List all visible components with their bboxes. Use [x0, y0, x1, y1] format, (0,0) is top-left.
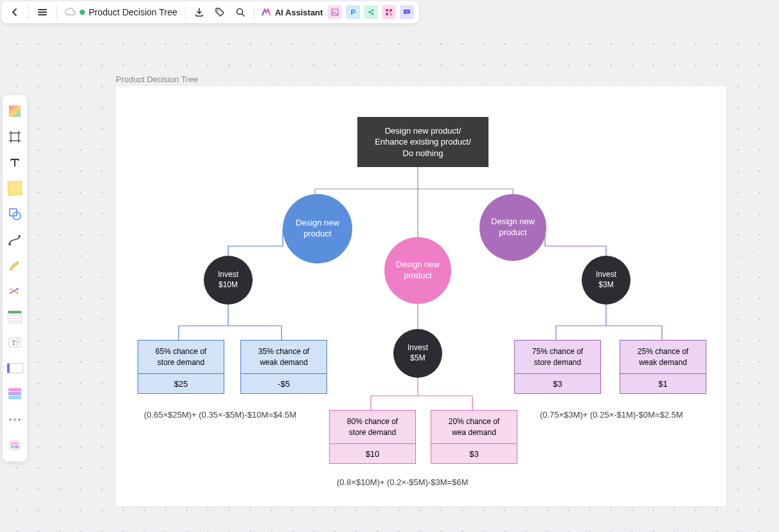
- invest-c-l1: Invest: [596, 270, 616, 279]
- sticky-note-tool[interactable]: [4, 176, 25, 200]
- outcome-c2-l2: weak demand: [639, 358, 687, 367]
- invest-b-l1: Invest: [407, 343, 428, 352]
- svg-point-12: [406, 11, 407, 12]
- root-line3: Do nothing: [403, 148, 443, 158]
- branch-c-circle[interactable]: Design newproduct: [479, 194, 546, 261]
- outcome-b1-value: $10: [330, 443, 415, 463]
- outcome-a1[interactable]: 65% chance ofstore demand $25: [138, 340, 224, 394]
- svg-point-5: [372, 13, 374, 15]
- svg-rect-26: [15, 445, 19, 448]
- invest-a-node[interactable]: Invest$10M: [204, 256, 253, 305]
- text-card-tool[interactable]: T: [4, 330, 25, 355]
- svg-point-3: [333, 10, 334, 12]
- chip-qr-icon[interactable]: [382, 5, 396, 19]
- invest-c-l2: $3M: [598, 280, 613, 289]
- outcome-b1[interactable]: 80% chance ofstore demand $10: [329, 410, 416, 464]
- svg-point-13: [407, 11, 408, 12]
- sync-status-dot: [80, 10, 85, 15]
- svg-rect-8: [390, 9, 392, 12]
- ai-assistant-button[interactable]: AI Assistant: [258, 7, 326, 17]
- svg-rect-25: [11, 445, 14, 448]
- chip-share-icon[interactable]: [364, 5, 378, 19]
- separator: [254, 5, 255, 19]
- page-title: Product Decision Tree: [116, 75, 198, 84]
- svg-point-20: [9, 418, 11, 420]
- templates-tool[interactable]: [4, 433, 25, 457]
- chip-p-icon[interactable]: P: [346, 5, 360, 19]
- root-line2: Enhance existing product/: [375, 137, 471, 146]
- back-button[interactable]: [5, 3, 24, 22]
- separator: [28, 5, 29, 19]
- svg-point-21: [13, 418, 15, 420]
- svg-rect-9: [386, 13, 388, 15]
- document-title[interactable]: Product Decision Tree: [89, 3, 177, 22]
- table-tool[interactable]: [4, 305, 25, 329]
- diagram-canvas[interactable]: Design new product/ Enhance existing pro…: [116, 86, 726, 506]
- frame-tool[interactable]: [4, 125, 25, 149]
- svg-text:T: T: [12, 339, 15, 346]
- svg-rect-7: [386, 9, 388, 12]
- menu-button[interactable]: [33, 3, 52, 22]
- branch-a-l1: Design new: [296, 218, 339, 227]
- invest-a-l2: $10M: [219, 280, 238, 289]
- branch-b-circle[interactable]: Design newproduct: [384, 237, 451, 304]
- outcome-c2-value: $1: [620, 373, 706, 393]
- svg-point-22: [18, 418, 20, 420]
- chip-image-icon[interactable]: [328, 5, 342, 19]
- outcome-b2[interactable]: 20% chance ofwea demand $3: [431, 410, 517, 464]
- download-button[interactable]: [190, 3, 209, 22]
- outcome-b1-l1: 80% chance of: [347, 417, 398, 426]
- formula-c: (0.75×$3M)+ (0.25×-$1M)-$0M=$2.5M: [540, 410, 683, 420]
- outcome-c1-l1: 75% chance of: [532, 347, 583, 356]
- outcome-b2-l1: 20% chance of: [449, 417, 499, 426]
- svg-point-6: [369, 12, 371, 13]
- card-tool[interactable]: [4, 356, 25, 380]
- outcome-a2-l1: 35% chance of: [258, 347, 309, 356]
- outcome-a2[interactable]: 35% chance ofweak demand -$5: [240, 340, 327, 394]
- svg-rect-11: [391, 14, 392, 15]
- outcome-c2-l1: 25% chance of: [638, 347, 688, 356]
- outcome-a1-l2: store demand: [157, 358, 204, 367]
- search-button[interactable]: [231, 3, 250, 22]
- formula-a: (0.65×$25M)+ (0.35×-$5M)-$10M=$4.5M: [144, 410, 296, 420]
- shape-tool[interactable]: [4, 202, 25, 226]
- chip-comment-icon[interactable]: [400, 5, 414, 19]
- connector-tool[interactable]: [4, 227, 25, 252]
- outcome-b2-value: $3: [431, 443, 517, 463]
- theme-tool[interactable]: [4, 99, 25, 123]
- outcome-c1[interactable]: 75% chance ofstore demand $3: [514, 340, 601, 394]
- outcome-b1-l2: store demand: [349, 428, 396, 437]
- outcome-a1-l1: 65% chance of: [156, 347, 206, 356]
- ai-logo-icon: [261, 7, 271, 17]
- more-tools[interactable]: [4, 407, 25, 432]
- svg-rect-24: [11, 442, 19, 445]
- root-decision-node[interactable]: Design new product/ Enhance existing pro…: [357, 117, 488, 167]
- invest-b-node[interactable]: Invest$5M: [393, 329, 442, 378]
- stack-tool[interactable]: [4, 382, 25, 406]
- invest-a-l1: Invest: [218, 270, 238, 279]
- swap-tool[interactable]: [4, 279, 25, 303]
- outcome-c1-value: $3: [515, 373, 600, 393]
- outcome-b2-l2: wea demand: [452, 428, 496, 437]
- top-toolbar: Product Decision Tree AI Assistant P: [1, 1, 419, 23]
- branch-a-l2: product: [303, 229, 331, 238]
- branch-c-l2: product: [499, 227, 526, 237]
- separator: [185, 5, 186, 19]
- outcome-a1-value: $25: [138, 373, 224, 393]
- invest-c-node[interactable]: Invest$3M: [582, 256, 631, 305]
- outcome-a2-value: -$5: [241, 373, 327, 393]
- outcome-c1-l2: store demand: [534, 358, 581, 367]
- outcome-a2-l2: weak demand: [260, 358, 308, 367]
- branch-a-circle[interactable]: Design newproduct: [283, 194, 352, 263]
- svg-point-17: [8, 243, 11, 245]
- outcome-c2[interactable]: 25% chance ofweak demand $1: [620, 340, 706, 394]
- root-line1: Design new product/: [385, 126, 461, 136]
- svg-point-0: [217, 10, 219, 11]
- svg-point-14: [408, 11, 409, 12]
- text-tool[interactable]: [4, 150, 25, 175]
- tag-button[interactable]: [210, 3, 229, 22]
- ai-assistant-label: AI Assistant: [275, 8, 323, 17]
- pen-tool[interactable]: [4, 253, 25, 278]
- invest-b-l2: $5M: [410, 353, 425, 362]
- svg-point-1: [237, 9, 242, 15]
